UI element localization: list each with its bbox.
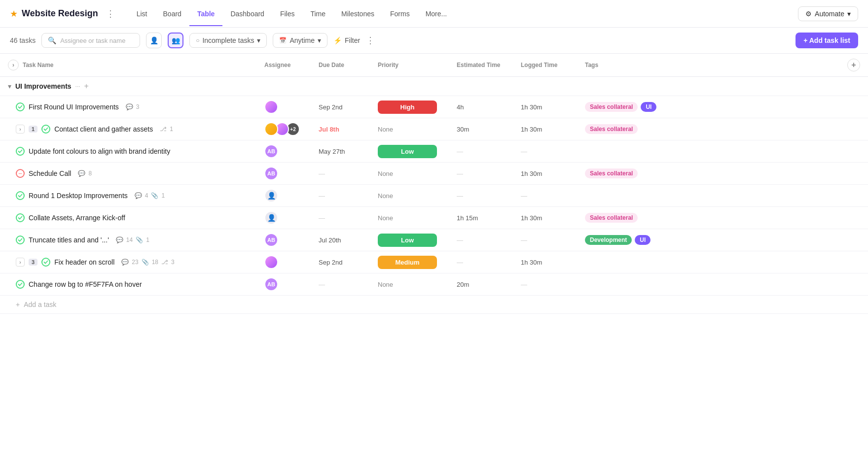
section-menu-icon[interactable]: ···: [75, 83, 80, 90]
task-check-2[interactable]: [41, 125, 50, 134]
header-expand-icon[interactable]: ›: [8, 60, 19, 70]
group-filter-button[interactable]: 👥: [168, 33, 183, 48]
assignee-filter-button[interactable]: 👤: [146, 33, 162, 48]
attach-count-5: 1: [161, 192, 165, 199]
logged-cell-8: 1h 30m: [513, 255, 577, 270]
add-task-row: + Add a task: [0, 296, 868, 314]
top-nav: ★ Website Redesign ⋮ List Board Table Da…: [0, 0, 868, 28]
circle-icon: ○: [196, 37, 199, 44]
priority-badge-5: None: [378, 192, 393, 200]
priority-badge-2: None: [378, 126, 393, 133]
priority-badge-7: Low: [378, 234, 437, 247]
section-row: ▾ UI Improvements ··· +: [0, 77, 868, 96]
tag-sales-6: Sales collateral: [585, 213, 638, 223]
automate-button[interactable]: ⚙ Automate ▾: [798, 6, 858, 21]
search-icon: 🔍: [48, 36, 56, 44]
col-task-header: Task Name: [23, 62, 53, 68]
task-name-9: Change row bg to #F5F7FA on hover: [29, 280, 142, 288]
est-cell-9: 20m: [449, 277, 513, 292]
task-name-8: Fix header on scroll: [54, 258, 114, 266]
project-menu-icon[interactable]: ⋮: [104, 6, 117, 21]
tab-files[interactable]: Files: [272, 6, 303, 22]
avatar-3: AB: [264, 144, 278, 158]
priority-cell-1: High: [370, 97, 449, 118]
assignee-cell-1: [256, 96, 311, 118]
comment-icon-4: 💬: [78, 170, 85, 177]
search-box[interactable]: 🔍 Assignee or task name: [41, 33, 140, 48]
table-row: Update font colours to align with brand …: [0, 140, 868, 163]
task-check-7[interactable]: [16, 236, 25, 244]
task-check-5[interactable]: [16, 191, 25, 200]
col-due-header: Due Date: [311, 54, 370, 77]
task-check-8[interactable]: [41, 258, 50, 267]
add-column-button[interactable]: +: [847, 59, 860, 71]
assignee-cell-7: AB: [256, 229, 311, 251]
section-add-icon[interactable]: +: [84, 82, 89, 91]
filter-icon: ⚡: [333, 36, 342, 44]
star-icon: ★: [10, 8, 18, 19]
filter-button[interactable]: ⚡ Filter: [333, 36, 360, 44]
table-row: Change row bg to #F5F7FA on hover AB — N…: [0, 273, 868, 296]
task-table: › Task Name Assignee Due Date Priority E…: [0, 54, 868, 314]
tag-sales-2: Sales collateral: [585, 124, 638, 134]
attach-count-8: 18: [152, 259, 158, 266]
comment-icon-5: 💬: [135, 192, 142, 199]
attach-count-7: 1: [146, 236, 149, 243]
task-check-1[interactable]: [16, 102, 25, 111]
due-cell-9: —: [311, 277, 370, 292]
add-icon: + Add task list: [803, 36, 850, 44]
comment-count-7: 14: [126, 236, 133, 243]
tab-forms[interactable]: Forms: [382, 6, 418, 22]
tab-table[interactable]: Table: [189, 6, 223, 22]
task-name-6: Collate Assets, Arrange Kick-off: [29, 214, 125, 222]
avatar-5: 👤: [264, 189, 278, 203]
task-check-3[interactable]: [16, 147, 25, 156]
est-cell-6: 1h 15m: [449, 210, 513, 226]
priority-cell-7: Low: [370, 230, 449, 251]
tab-dashboard[interactable]: Dashboard: [222, 6, 272, 22]
branch-icon-8: ⎇: [161, 259, 168, 266]
task-check-4[interactable]: –: [16, 169, 25, 178]
due-cell-6: —: [311, 210, 370, 226]
tab-more[interactable]: More...: [418, 6, 455, 22]
tab-milestones[interactable]: Milestones: [333, 6, 382, 22]
incomplete-tasks-filter[interactable]: ○ Incomplete tasks ▾: [189, 33, 267, 48]
comment-count-4: 8: [88, 170, 92, 177]
incomplete-chevron-icon: ▾: [257, 36, 260, 44]
priority-cell-2: None: [370, 121, 449, 137]
add-task-button[interactable]: + Add a task: [16, 301, 860, 308]
col-priority-header: Priority: [370, 54, 449, 77]
anytime-label: Anytime: [289, 36, 315, 44]
comment-count-8: 23: [132, 259, 138, 266]
table-row: › 3 Fix header on scroll 💬 23 📎 18 ⎇: [0, 251, 868, 273]
est-cell-5: —: [449, 188, 513, 203]
tag-sales-1: Sales collateral: [585, 102, 638, 112]
logged-cell-4: 1h 30m: [513, 166, 577, 181]
project-title: Website Redesign: [22, 8, 98, 19]
priority-cell-3: Low: [370, 141, 449, 162]
tab-board[interactable]: Board: [155, 6, 189, 22]
expand-btn-2[interactable]: ›: [16, 125, 25, 134]
toolbar-more-icon[interactable]: ⋮: [366, 35, 375, 46]
section-chevron-icon[interactable]: ▾: [8, 82, 11, 90]
est-cell-2: 30m: [449, 122, 513, 137]
person-icon: 👤: [150, 36, 158, 44]
add-task-list-button[interactable]: + Add task list: [796, 33, 858, 48]
task-check-6[interactable]: [16, 213, 25, 222]
due-cell-7: Jul 20th: [311, 233, 370, 248]
avatar-2a: [264, 122, 278, 136]
due-cell-3: May 27th: [311, 144, 370, 159]
anytime-filter[interactable]: 📅 Anytime ▾: [273, 33, 327, 48]
tab-list[interactable]: List: [129, 6, 155, 22]
task-check-9[interactable]: [16, 280, 25, 289]
avatar-6: 👤: [264, 211, 278, 225]
due-cell-5: —: [311, 188, 370, 203]
avatar-9: AB: [264, 277, 278, 291]
tab-time[interactable]: Time: [302, 6, 333, 22]
tags-cell-1: Sales collateral UI: [577, 98, 839, 116]
section-title: UI Improvements: [15, 82, 72, 90]
expand-btn-8[interactable]: ›: [16, 258, 25, 267]
priority-badge-4: None: [378, 170, 393, 177]
automate-icon: ⚙: [805, 10, 812, 18]
priority-cell-4: None: [370, 166, 449, 181]
